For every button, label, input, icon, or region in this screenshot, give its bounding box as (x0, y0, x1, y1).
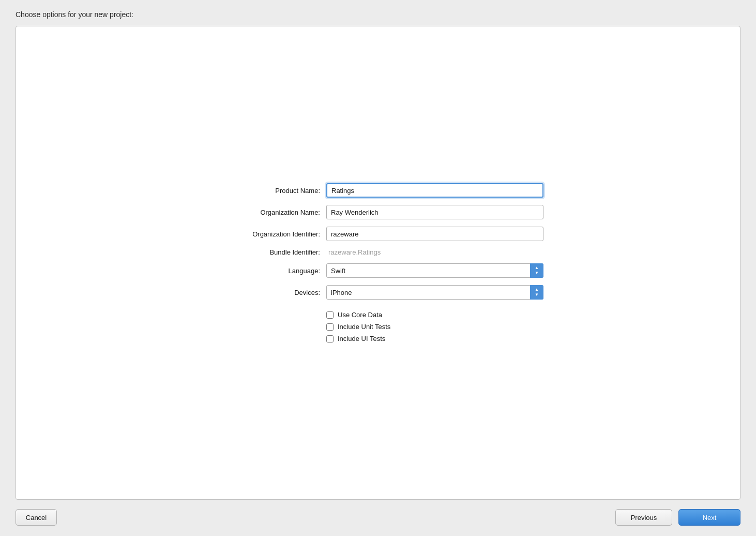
org-name-input[interactable] (326, 205, 543, 219)
core-data-row: Use Core Data (326, 311, 543, 319)
language-select-wrapper: Swift Objective-C (326, 263, 543, 278)
language-select[interactable]: Swift Objective-C (326, 263, 543, 278)
unit-tests-row: Include Unit Tests (326, 323, 543, 331)
checkbox-group: Use Core Data Include Unit Tests Include… (326, 311, 543, 343)
ui-tests-row: Include UI Tests (326, 335, 543, 343)
product-name-row: Product Name: (213, 183, 543, 198)
product-name-label: Product Name: (213, 187, 326, 195)
cancel-button[interactable]: Cancel (16, 509, 57, 526)
devices-select[interactable]: iPhone iPad Universal (326, 285, 543, 300)
bundle-id-label: Bundle Identifier: (213, 248, 326, 256)
right-buttons: Previous Next (615, 509, 740, 526)
core-data-checkbox[interactable] (326, 311, 334, 319)
next-button[interactable]: Next (678, 509, 740, 526)
org-id-row: Organization Identifier: (213, 227, 543, 241)
previous-button[interactable]: Previous (615, 509, 672, 526)
language-row: Language: Swift Objective-C (213, 263, 543, 278)
ui-tests-checkbox[interactable] (326, 335, 334, 343)
product-name-input[interactable] (326, 183, 543, 198)
language-label: Language: (213, 267, 326, 275)
unit-tests-label: Include Unit Tests (338, 323, 390, 331)
bottom-bar: Cancel Previous Next (16, 500, 740, 526)
org-name-row: Organization Name: (213, 205, 543, 219)
devices-select-wrapper: iPhone iPad Universal (326, 285, 543, 300)
core-data-label: Use Core Data (338, 311, 382, 319)
org-id-input[interactable] (326, 227, 543, 241)
devices-label: Devices: (213, 289, 326, 296)
ui-tests-label: Include UI Tests (338, 335, 385, 343)
main-panel: Product Name: Organization Name: Organiz… (16, 26, 740, 500)
org-name-label: Organization Name: (213, 209, 326, 216)
unit-tests-checkbox[interactable] (326, 323, 334, 331)
form-area: Product Name: Organization Name: Organiz… (213, 183, 543, 343)
bundle-id-row: Bundle Identifier: razeware.Ratings (213, 248, 543, 256)
page-title: Choose options for your new project: (16, 10, 740, 19)
bundle-id-value: razeware.Ratings (326, 248, 543, 256)
org-id-label: Organization Identifier: (213, 230, 326, 238)
devices-row: Devices: iPhone iPad Universal (213, 285, 543, 300)
